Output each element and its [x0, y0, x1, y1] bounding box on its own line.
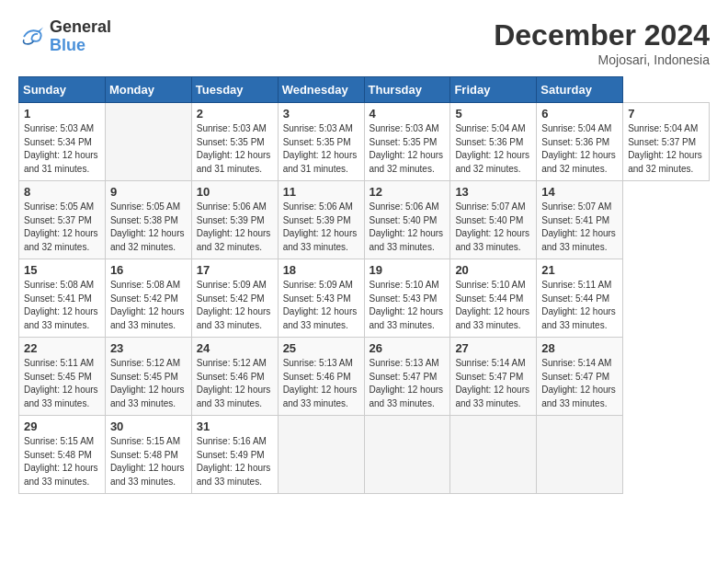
day-cell-28: 28Sunrise: 5:14 AMSunset: 5:47 PMDayligh… — [537, 338, 623, 416]
day-cell-26: 26Sunrise: 5:13 AMSunset: 5:47 PMDayligh… — [364, 338, 450, 416]
header-saturday: Saturday — [537, 77, 623, 103]
day-info: Sunrise: 5:03 AMSunset: 5:34 PMDaylight:… — [24, 122, 100, 176]
day-cell-9: 9Sunrise: 5:05 AMSunset: 5:38 PMDaylight… — [105, 181, 191, 259]
day-number: 12 — [370, 185, 446, 199]
day-number: 27 — [455, 341, 531, 355]
day-number: 31 — [197, 419, 273, 433]
day-number: 20 — [455, 263, 531, 277]
day-number: 22 — [24, 341, 100, 355]
day-cell-21: 21Sunrise: 5:11 AMSunset: 5:44 PMDayligh… — [537, 259, 623, 338]
day-number: 7 — [628, 107, 704, 121]
day-cell-5: 5Sunrise: 5:04 AMSunset: 5:36 PMDaylight… — [450, 103, 537, 181]
day-cell-8: 8Sunrise: 5:05 AMSunset: 5:37 PMDaylight… — [19, 181, 106, 259]
header-friday: Friday — [450, 77, 537, 103]
day-number: 9 — [110, 185, 187, 199]
day-number: 25 — [283, 341, 359, 355]
day-info: Sunrise: 5:04 AMSunset: 5:37 PMDaylight:… — [628, 122, 704, 176]
day-number: 24 — [197, 341, 273, 355]
location: Mojosari, Indonesia — [494, 52, 710, 67]
day-cell-11: 11Sunrise: 5:06 AMSunset: 5:39 PMDayligh… — [278, 181, 364, 259]
day-number: 26 — [370, 341, 446, 355]
day-info: Sunrise: 5:12 AMSunset: 5:46 PMDaylight:… — [197, 357, 273, 410]
day-cell-13: 13Sunrise: 5:07 AMSunset: 5:40 PMDayligh… — [450, 181, 537, 259]
header-thursday: Thursday — [364, 77, 450, 103]
day-number: 15 — [24, 263, 100, 277]
day-info: Sunrise: 5:09 AMSunset: 5:43 PMDaylight:… — [283, 279, 359, 332]
day-number: 13 — [455, 185, 531, 199]
week-row-2: 8Sunrise: 5:05 AMSunset: 5:37 PMDaylight… — [19, 181, 710, 259]
day-number: 21 — [541, 263, 618, 277]
day-info: Sunrise: 5:11 AMSunset: 5:44 PMDaylight:… — [541, 279, 618, 332]
calendar-table: SundayMondayTuesdayWednesdayThursdayFrid… — [18, 76, 710, 494]
day-cell-14: 14Sunrise: 5:07 AMSunset: 5:41 PMDayligh… — [537, 181, 623, 259]
day-info: Sunrise: 5:08 AMSunset: 5:42 PMDaylight:… — [110, 279, 187, 332]
day-info: Sunrise: 5:11 AMSunset: 5:45 PMDaylight:… — [24, 357, 100, 410]
day-info: Sunrise: 5:06 AMSunset: 5:40 PMDaylight:… — [370, 201, 446, 254]
day-number: 28 — [541, 341, 618, 355]
day-info: Sunrise: 5:15 AMSunset: 5:48 PMDaylight:… — [24, 435, 100, 488]
day-number: 2 — [197, 107, 273, 121]
day-info: Sunrise: 5:09 AMSunset: 5:42 PMDaylight:… — [197, 279, 273, 332]
day-cell-17: 17Sunrise: 5:09 AMSunset: 5:42 PMDayligh… — [191, 259, 278, 338]
header-sunday: Sunday — [19, 77, 106, 103]
day-info: Sunrise: 5:14 AMSunset: 5:47 PMDaylight:… — [455, 357, 531, 410]
day-cell-4: 4Sunrise: 5:03 AMSunset: 5:35 PMDaylight… — [364, 103, 450, 181]
day-cell-1: 1Sunrise: 5:03 AMSunset: 5:34 PMDaylight… — [19, 103, 106, 181]
logo-icon — [18, 23, 46, 51]
day-number: 11 — [283, 185, 359, 199]
day-number: 1 — [24, 107, 100, 121]
day-cell-6: 6Sunrise: 5:04 AMSunset: 5:36 PMDaylight… — [537, 103, 623, 181]
day-cell-10: 10Sunrise: 5:06 AMSunset: 5:39 PMDayligh… — [191, 181, 278, 259]
page-header: General Blue December 2024 Mojosari, Ind… — [18, 18, 710, 67]
day-info: Sunrise: 5:10 AMSunset: 5:43 PMDaylight:… — [370, 279, 446, 332]
day-info: Sunrise: 5:13 AMSunset: 5:47 PMDaylight:… — [370, 357, 446, 410]
logo-line1: General — [50, 18, 111, 37]
day-info: Sunrise: 5:04 AMSunset: 5:36 PMDaylight:… — [455, 122, 531, 176]
day-info: Sunrise: 5:16 AMSunset: 5:49 PMDaylight:… — [197, 435, 273, 488]
day-info: Sunrise: 5:05 AMSunset: 5:37 PMDaylight:… — [24, 201, 100, 254]
day-number: 30 — [110, 419, 187, 433]
day-cell-empty — [450, 416, 537, 494]
day-cell-22: 22Sunrise: 5:11 AMSunset: 5:45 PMDayligh… — [19, 338, 106, 416]
day-info: Sunrise: 5:12 AMSunset: 5:45 PMDaylight:… — [110, 357, 187, 410]
day-cell-empty — [537, 416, 623, 494]
day-number: 8 — [24, 185, 100, 199]
week-row-3: 15Sunrise: 5:08 AMSunset: 5:41 PMDayligh… — [19, 259, 710, 338]
day-number: 4 — [370, 107, 446, 121]
week-row-4: 22Sunrise: 5:11 AMSunset: 5:45 PMDayligh… — [19, 338, 710, 416]
day-info: Sunrise: 5:15 AMSunset: 5:48 PMDaylight:… — [110, 435, 187, 488]
day-number: 16 — [110, 263, 187, 277]
day-number: 17 — [197, 263, 273, 277]
day-number: 10 — [197, 185, 273, 199]
day-cell-empty — [364, 416, 450, 494]
day-cell-27: 27Sunrise: 5:14 AMSunset: 5:47 PMDayligh… — [450, 338, 537, 416]
day-cell-2: 2Sunrise: 5:03 AMSunset: 5:35 PMDaylight… — [191, 103, 278, 181]
day-number: 23 — [110, 341, 187, 355]
week-row-1: 1Sunrise: 5:03 AMSunset: 5:34 PMDaylight… — [19, 103, 710, 181]
day-info: Sunrise: 5:05 AMSunset: 5:38 PMDaylight:… — [110, 201, 187, 254]
day-cell-30: 30Sunrise: 5:15 AMSunset: 5:48 PMDayligh… — [105, 416, 191, 494]
header-monday: Monday — [105, 77, 191, 103]
day-info: Sunrise: 5:03 AMSunset: 5:35 PMDaylight:… — [283, 122, 359, 176]
day-cell-29: 29Sunrise: 5:15 AMSunset: 5:48 PMDayligh… — [19, 416, 106, 494]
day-cell-empty — [278, 416, 364, 494]
day-cell-empty — [105, 103, 191, 181]
day-cell-3: 3Sunrise: 5:03 AMSunset: 5:35 PMDaylight… — [278, 103, 364, 181]
day-number: 19 — [370, 263, 446, 277]
day-info: Sunrise: 5:08 AMSunset: 5:41 PMDaylight:… — [24, 279, 100, 332]
day-info: Sunrise: 5:14 AMSunset: 5:47 PMDaylight:… — [541, 357, 618, 410]
day-cell-20: 20Sunrise: 5:10 AMSunset: 5:44 PMDayligh… — [450, 259, 537, 338]
day-cell-25: 25Sunrise: 5:13 AMSunset: 5:46 PMDayligh… — [278, 338, 364, 416]
day-number: 14 — [541, 185, 618, 199]
day-cell-19: 19Sunrise: 5:10 AMSunset: 5:43 PMDayligh… — [364, 259, 450, 338]
day-number: 5 — [455, 107, 531, 121]
day-cell-15: 15Sunrise: 5:08 AMSunset: 5:41 PMDayligh… — [19, 259, 106, 338]
day-info: Sunrise: 5:10 AMSunset: 5:44 PMDaylight:… — [455, 279, 531, 332]
logo-line2: Blue — [50, 37, 111, 55]
day-cell-18: 18Sunrise: 5:09 AMSunset: 5:43 PMDayligh… — [278, 259, 364, 338]
day-info: Sunrise: 5:03 AMSunset: 5:35 PMDaylight:… — [197, 122, 273, 176]
day-cell-23: 23Sunrise: 5:12 AMSunset: 5:45 PMDayligh… — [105, 338, 191, 416]
header-row: SundayMondayTuesdayWednesdayThursdayFrid… — [19, 77, 710, 103]
day-info: Sunrise: 5:07 AMSunset: 5:41 PMDaylight:… — [541, 201, 618, 254]
day-info: Sunrise: 5:04 AMSunset: 5:36 PMDaylight:… — [541, 122, 618, 176]
